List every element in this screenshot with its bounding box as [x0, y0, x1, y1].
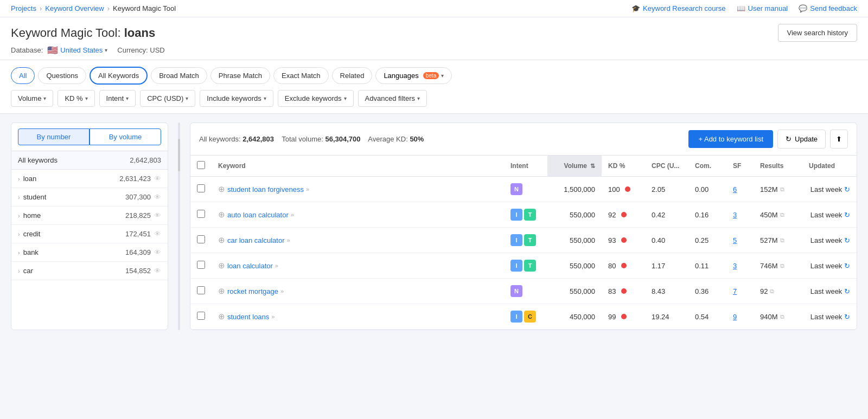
th-kd[interactable]: KD %	[602, 156, 645, 177]
sidebar-label-group: › student	[18, 193, 46, 201]
tab-all-keywords[interactable]: All Keywords	[90, 67, 148, 85]
send-feedback-link[interactable]: 💬 Send feedback	[799, 4, 857, 12]
chevron-down-icon: ▾	[105, 47, 107, 53]
volume-cell: 550,000	[547, 202, 602, 228]
th-sf[interactable]: SF	[726, 156, 754, 177]
keyword-link[interactable]: ⊕ loan calculator »	[218, 261, 497, 270]
sidebar-item[interactable]: › home 218,825 👁	[11, 207, 168, 225]
user-manual-link[interactable]: 📖 User manual	[737, 4, 788, 12]
view-search-history-button[interactable]: View search history	[778, 24, 857, 42]
row-checkbox[interactable]	[197, 184, 205, 192]
results-cell: 152M ⧉	[754, 177, 802, 202]
refresh-icon[interactable]: ↻	[844, 262, 850, 270]
sidebar-scrollbar[interactable]	[178, 123, 180, 330]
sidebar-item-count: 218,825	[125, 211, 151, 220]
th-com[interactable]: Com.	[688, 156, 726, 177]
tab-phrase-match[interactable]: Phrase Match	[210, 67, 270, 84]
intent-filter[interactable]: Intent ▾	[99, 90, 136, 107]
row-checkbox[interactable]	[197, 312, 205, 320]
keyword-link[interactable]: ⊕ car loan calculator »	[218, 235, 497, 245]
volume-value: 550,000	[570, 236, 595, 244]
sidebar-count-group: 307,300 👁	[125, 193, 161, 201]
th-results[interactable]: Results	[754, 156, 802, 177]
select-all-checkbox[interactable]	[197, 161, 205, 169]
chevron-double-icon: »	[291, 211, 294, 218]
breadcrumb-keyword-overview[interactable]: Keyword Overview	[45, 4, 104, 12]
export-button[interactable]: ⬆	[830, 130, 848, 149]
intent-badge-I: I	[510, 234, 522, 246]
by-volume-tab[interactable]: By volume	[90, 128, 161, 145]
search-icon: ⧉	[770, 288, 774, 295]
sf-value[interactable]: 7	[733, 287, 737, 295]
sf-value[interactable]: 3	[733, 262, 737, 270]
languages-button[interactable]: Languages beta ▾	[375, 67, 452, 84]
search-icon: ⧉	[780, 211, 784, 218]
updated-cell: Last week ↻	[802, 304, 857, 330]
sidebar-item[interactable]: › bank 164,309 👁	[11, 243, 168, 262]
th-volume[interactable]: Volume ⇅	[547, 156, 602, 177]
sf-value[interactable]: 9	[733, 313, 737, 321]
sf-value[interactable]: 6	[733, 185, 737, 194]
refresh-icon[interactable]: ↻	[844, 313, 850, 321]
tab-exact-match[interactable]: Exact Match	[273, 67, 329, 84]
kd-filter[interactable]: KD % ▾	[58, 90, 94, 107]
sidebar-item[interactable]: › student 307,300 👁	[11, 188, 168, 207]
sidebar-count-group: 2,631,423 👁	[119, 175, 161, 183]
toolbar-actions: + Add to keyword list ↻ Update ⬆	[688, 130, 848, 149]
row-checkbox[interactable]	[197, 286, 205, 294]
sidebar-item[interactable]: › credit 172,451 👁	[11, 225, 168, 243]
main-content: By number By volume All keywords 2,642,8…	[0, 114, 868, 339]
keyword-link[interactable]: ⊕ rocket mortgage »	[218, 286, 497, 296]
eye-icon[interactable]: 👁	[154, 193, 161, 201]
eye-icon[interactable]: 👁	[154, 248, 161, 256]
tab-related[interactable]: Related	[332, 67, 373, 84]
tab-broad-match[interactable]: Broad Match	[151, 67, 207, 84]
row-checkbox[interactable]	[197, 210, 205, 218]
kd-difficulty-dot	[621, 314, 627, 319]
include-keywords-filter[interactable]: Include keywords ▾	[200, 90, 273, 107]
th-updated[interactable]: Updated	[802, 156, 857, 177]
volume-cell: 550,000	[547, 253, 602, 279]
breadcrumb-projects[interactable]: Projects	[11, 4, 36, 12]
refresh-icon[interactable]: ↻	[844, 211, 850, 219]
volume-filter[interactable]: Volume ▾	[11, 90, 53, 107]
th-cpc[interactable]: CPC (U...	[645, 156, 688, 177]
sidebar-count-group: 218,825 👁	[125, 211, 161, 220]
chevron-down-icon: ▾	[186, 95, 188, 101]
eye-icon[interactable]: 👁	[154, 175, 161, 183]
chevron-double-icon: »	[271, 313, 275, 320]
add-to-keyword-list-button[interactable]: + Add to keyword list	[688, 130, 773, 148]
eye-icon[interactable]: 👁	[154, 230, 161, 238]
keyword-research-course-link[interactable]: 🎓 Keyword Research course	[631, 4, 725, 12]
by-number-tab[interactable]: By number	[18, 128, 90, 145]
intent-cell: IT	[504, 228, 547, 253]
refresh-icon[interactable]: ↻	[844, 236, 850, 244]
eye-icon[interactable]: 👁	[154, 211, 161, 220]
exclude-keywords-filter[interactable]: Exclude keywords ▾	[278, 90, 354, 107]
sidebar-item[interactable]: › loan 2,631,423 👁	[11, 170, 168, 188]
sidebar-item-count: 164,309	[125, 248, 151, 256]
database-selector[interactable]: 🇺🇸 United States ▾	[47, 45, 107, 55]
sf-value[interactable]: 3	[733, 211, 737, 219]
sidebar-item[interactable]: › car 154,852 👁	[11, 262, 168, 280]
refresh-icon[interactable]: ↻	[844, 185, 850, 194]
eye-icon[interactable]: 👁	[154, 267, 161, 275]
sidebar-all-keywords-row[interactable]: All keywords 2,642,803	[11, 151, 168, 170]
results-cell: 940M ⧉	[754, 304, 802, 330]
keyword-link[interactable]: ⊕ student loans »	[218, 312, 497, 321]
refresh-icon[interactable]: ↻	[844, 287, 850, 295]
keyword-link[interactable]: ⊕ auto loan calculator »	[218, 210, 497, 220]
update-button[interactable]: ↻ Update	[777, 130, 826, 149]
sf-value[interactable]: 5	[733, 236, 737, 244]
keyword-text: student loan forgiveness	[227, 185, 304, 194]
updated-value: Last week	[810, 287, 843, 295]
tab-all[interactable]: All	[11, 67, 35, 84]
sidebar-item-count: 307,300	[125, 193, 151, 201]
tab-questions[interactable]: Questions	[38, 67, 86, 84]
row-checkbox[interactable]	[197, 261, 205, 269]
cpc-filter[interactable]: CPC (USD) ▾	[140, 90, 195, 107]
database-row: Database: 🇺🇸 United States ▾ Currency: U…	[11, 45, 857, 55]
keyword-link[interactable]: ⊕ student loan forgiveness »	[218, 184, 497, 194]
advanced-filters-button[interactable]: Advanced filters ▾	[358, 90, 427, 107]
row-checkbox[interactable]	[197, 235, 205, 243]
